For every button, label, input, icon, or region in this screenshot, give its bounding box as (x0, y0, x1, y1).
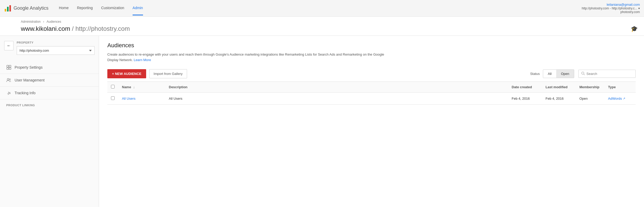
row-description-cell: All Users (165, 92, 508, 104)
search-box (578, 70, 636, 78)
page-title-secondary: http://photostry.com (75, 25, 130, 32)
main-layout: ← PROPERTY http://photostry.com (0, 36, 644, 207)
row-name-link[interactable]: All Users (122, 97, 135, 100)
audiences-table: Name ↓ Description Date created Last mod… (107, 82, 636, 105)
nav-reporting[interactable]: Reporting (77, 6, 93, 11)
breadcrumb: Administration › Audiences (21, 20, 623, 23)
sidebar-item-property-settings[interactable]: Property Settings (0, 61, 99, 74)
external-link-icon: ↗ (623, 97, 625, 100)
user-email[interactable]: leilaniana@gmail.com (582, 3, 640, 7)
breadcrumb-current: Audiences (47, 20, 61, 23)
new-audience-button[interactable]: + NEW AUDIENCE (107, 69, 146, 78)
header-date-created: Date created (508, 82, 542, 93)
row-last-modified: Feb 4, 2016 (546, 97, 564, 100)
js-icon: .js (6, 90, 11, 96)
users-icon (6, 78, 11, 83)
learn-more-link[interactable]: Learn More (134, 58, 151, 62)
header-name[interactable]: Name ↓ (118, 82, 165, 93)
row-date-created-cell: Feb 4, 2016 (508, 92, 542, 104)
audiences-description: Create audiences to re-engage with your … (107, 52, 394, 63)
status-buttons: All Open (543, 69, 574, 78)
sidebar-item-label: Property Settings (15, 65, 42, 69)
nav-links: Home Reporting Customization Admin (59, 6, 582, 11)
row-membership: Open (579, 97, 588, 100)
breadcrumb-parent[interactable]: Administration (21, 20, 41, 23)
back-button[interactable]: ← (4, 41, 14, 50)
col-name-label: Name (122, 85, 131, 89)
svg-rect-0 (5, 9, 6, 11)
main-content: Audiences Create audiences to re-engage … (99, 36, 644, 207)
nav-customization[interactable]: Customization (101, 6, 124, 11)
audiences-title: Audiences (107, 42, 636, 49)
sort-icon: ↓ (133, 85, 135, 89)
col-desc-label: Description (169, 85, 188, 89)
property-dropdown[interactable]: http://photostry.com (17, 46, 95, 55)
row-description: All Users (169, 97, 182, 100)
search-icon (581, 72, 585, 76)
row-checkbox-cell (107, 92, 118, 104)
grid-icon (6, 65, 11, 70)
row-date-created: Feb 4, 2016 (512, 97, 530, 100)
search-input[interactable] (586, 72, 628, 76)
svg-line-10 (584, 74, 585, 75)
nav-admin[interactable]: Admin (133, 6, 143, 15)
svg-rect-5 (7, 68, 9, 69)
import-button[interactable]: Import from Gallery (149, 69, 187, 78)
sidebar: ← PROPERTY http://photostry.com (0, 36, 99, 207)
sidebar-item-user-management[interactable]: User Management (0, 74, 99, 87)
select-all-checkbox[interactable] (111, 85, 115, 88)
table-header: Name ↓ Description Date created Last mod… (107, 82, 636, 93)
logo-text: Google Analytics (14, 5, 48, 11)
logo-area: Google Analytics (4, 5, 48, 12)
sidebar-nav: Property Settings User Management .js Tr… (0, 61, 99, 109)
user-site: photostry.com (582, 10, 640, 14)
svg-point-8 (9, 79, 11, 80)
col-type-label: Type (608, 85, 616, 89)
row-name-cell: All Users (118, 92, 165, 104)
header-checkbox-col (107, 82, 118, 93)
product-linking-label: PRODUCT LINKING (0, 99, 99, 109)
svg-point-7 (7, 79, 9, 80)
col-modified-label: Last modified (546, 85, 568, 89)
header-membership: Membership (576, 82, 604, 93)
svg-rect-1 (7, 7, 9, 11)
svg-rect-4 (9, 65, 11, 67)
ga-logo-icon (4, 5, 11, 12)
col-membership-label: Membership (579, 85, 599, 89)
property-label: PROPERTY (17, 41, 95, 44)
page-title: www.kikolani.com / http://photostry.com (21, 25, 623, 32)
toolbar: + NEW AUDIENCE Import from Gallery Statu… (107, 69, 636, 82)
table-row: All Users All Users Feb 4, 2016 Feb 4, 2… (107, 92, 636, 104)
row-type-link[interactable]: AdWords ↗ (608, 97, 632, 100)
svg-rect-3 (7, 65, 9, 67)
page-title-separator: / (72, 25, 75, 32)
svg-rect-2 (9, 5, 11, 11)
status-open-button[interactable]: Open (556, 70, 574, 78)
svg-rect-6 (9, 68, 11, 69)
header-last-modified: Last modified (542, 82, 576, 93)
col-date-label: Date created (512, 85, 532, 89)
top-nav: Google Analytics Home Reporting Customiz… (0, 0, 644, 17)
sidebar-item-tracking-info[interactable]: .js Tracking Info (0, 87, 99, 99)
row-membership-cell: Open (576, 92, 604, 104)
row-checkbox[interactable] (111, 96, 115, 100)
row-last-modified-cell: Feb 4, 2016 (542, 92, 576, 104)
user-account-text: http://photostry.com - http://photostry.… (582, 7, 637, 10)
row-type-cell: AdWords ↗ (604, 92, 636, 104)
row-type-text: AdWords (608, 97, 622, 100)
user-area: leilaniana@gmail.com http://photostry.co… (582, 3, 640, 14)
status-label: Status (530, 72, 540, 76)
breadcrumb-area: Administration › Audiences www.kikolani.… (0, 17, 644, 36)
sidebar-item-label: User Management (15, 78, 45, 82)
user-account: http://photostry.com - http://photostry.… (582, 7, 640, 10)
graduation-icon: 🎓 (631, 26, 638, 32)
sidebar-item-label: Tracking Info (15, 91, 35, 95)
nav-home[interactable]: Home (59, 6, 69, 11)
header-type: Type (604, 82, 636, 93)
header-description: Description (165, 82, 508, 93)
page-title-primary: www.kikolani.com (21, 25, 70, 32)
chevron-icon[interactable]: ▾ (638, 7, 640, 10)
status-all-button[interactable]: All (543, 70, 556, 78)
table-body: All Users All Users Feb 4, 2016 Feb 4, 2… (107, 92, 636, 104)
breadcrumb-separator: › (43, 20, 45, 23)
